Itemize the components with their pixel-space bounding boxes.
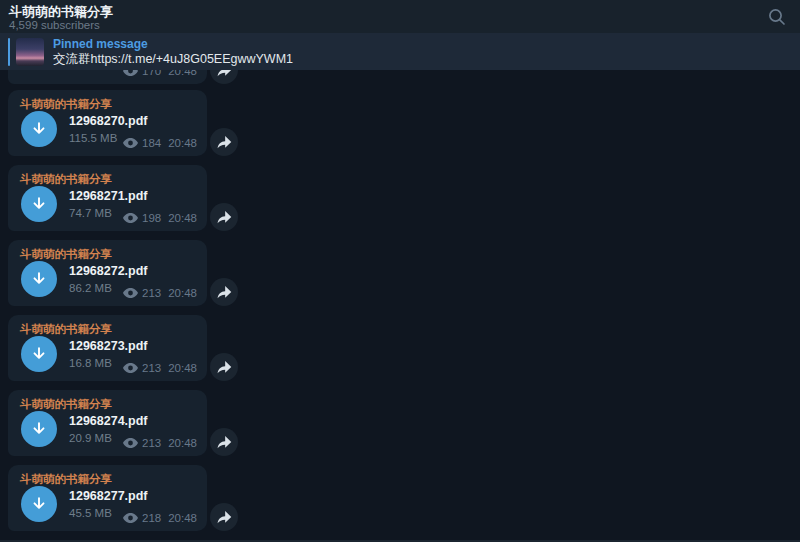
eye-icon (123, 70, 138, 76)
forward-button[interactable] (210, 503, 238, 531)
message-meta: 184 20:48 (123, 137, 197, 149)
message-time: 20:48 (168, 70, 197, 77)
forward-icon (216, 435, 232, 450)
file-size: 20.9 MB (69, 432, 112, 444)
eye-icon (123, 213, 138, 223)
message-meta: 213 20:48 (123, 362, 197, 374)
forward-icon (216, 135, 232, 150)
forward-icon (216, 285, 232, 300)
message: 斗萌萌的书籍分享 12968271.pdf 74.7 MB (8, 165, 248, 231)
subscriber-count: 4,599 subscribers (9, 19, 800, 32)
views-count: 213 (142, 287, 161, 299)
eye-icon (123, 513, 138, 523)
file-size: 45.5 MB (69, 507, 112, 519)
file-name[interactable]: 12968272.pdf (69, 264, 148, 278)
forward-button[interactable] (210, 203, 238, 231)
pinned-indicator (8, 38, 10, 66)
download-icon (29, 269, 49, 289)
message-sender[interactable]: 斗萌萌的书籍分享 (20, 397, 112, 412)
message-sender[interactable]: 斗萌萌的书籍分享 (20, 172, 112, 187)
message-bubble[interactable]: 斗萌萌的书籍分享 12968273.pdf 16.8 MB (8, 315, 207, 381)
message-meta: 213 20:48 (123, 437, 197, 449)
message-sender[interactable]: 斗萌萌的书籍分享 (20, 472, 112, 487)
file-name[interactable]: 12968271.pdf (69, 189, 148, 203)
file-name[interactable]: 12968274.pdf (69, 414, 148, 428)
download-icon (29, 119, 49, 139)
forward-button[interactable] (210, 278, 238, 306)
download-button[interactable] (21, 186, 57, 222)
download-icon (29, 194, 49, 214)
views-count: 170 (142, 70, 161, 77)
message-partial: 170 20:48 (8, 70, 248, 84)
file-name[interactable]: 12968277.pdf (69, 489, 148, 503)
message-time: 20:48 (168, 137, 197, 149)
message-sender[interactable]: 斗萌萌的书籍分享 (20, 97, 112, 112)
eye-icon (123, 438, 138, 448)
download-icon (29, 494, 49, 514)
views-count: 198 (142, 212, 161, 224)
message-time: 20:48 (168, 362, 197, 374)
message-time: 20:48 (168, 512, 197, 524)
message: 斗萌萌的书籍分享 12968270.pdf 115.5 MB (8, 90, 248, 156)
views-count: 213 (142, 437, 161, 449)
message-meta: 213 20:48 (123, 287, 197, 299)
message-sender[interactable]: 斗萌萌的书籍分享 (20, 322, 112, 337)
search-icon (768, 8, 786, 26)
views-count: 213 (142, 362, 161, 374)
eye-icon (123, 138, 138, 148)
download-icon (29, 344, 49, 364)
channel-title: 斗萌萌的书籍分享 (9, 4, 800, 19)
telegram-window: { "header": { "title": "斗萌萌的书籍分享", "subs… (0, 0, 800, 542)
message-bubble[interactable]: 斗萌萌的书籍分享 12968272.pdf 86.2 MB (8, 240, 207, 306)
file-name[interactable]: 12968270.pdf (69, 114, 148, 128)
eye-icon (123, 288, 138, 298)
forward-button[interactable] (210, 70, 238, 84)
views-count: 218 (142, 512, 161, 524)
message-time: 20:48 (168, 212, 197, 224)
message-bubble[interactable]: 斗萌萌的书籍分享 12968270.pdf 115.5 MB (8, 90, 207, 156)
forward-button[interactable] (210, 353, 238, 381)
pinned-thumbnail (16, 38, 44, 66)
chat-header[interactable]: 斗萌萌的书籍分享 4,599 subscribers (0, 0, 800, 33)
forward-icon (216, 360, 232, 375)
download-button[interactable] (21, 111, 57, 147)
download-button[interactable] (21, 486, 57, 522)
forward-button[interactable] (210, 128, 238, 156)
message-bubble[interactable]: 斗萌萌的书籍分享 12968274.pdf 20.9 MB (8, 390, 207, 456)
message-time: 20:48 (168, 437, 197, 449)
forward-icon (216, 210, 232, 225)
pinned-message-bar[interactable]: Pinned message 交流群https://t.me/+4uJ8G05E… (0, 33, 800, 70)
message: 斗萌萌的书籍分享 12968272.pdf 86.2 MB (8, 240, 248, 306)
pinned-label: Pinned message (53, 37, 293, 52)
forward-icon (216, 510, 232, 525)
message-meta: 170 20:48 (123, 70, 197, 77)
message-bubble[interactable]: 170 20:48 (8, 70, 207, 84)
message: 斗萌萌的书籍分享 12968274.pdf 20.9 MB (8, 390, 248, 456)
pinned-text: 交流群https://t.me/+4uJ8G05EEgwwYWM1 (53, 52, 293, 67)
download-button[interactable] (21, 261, 57, 297)
message-list[interactable]: 170 20:48 斗萌萌的书籍分享 (0, 70, 800, 542)
message: 斗萌萌的书籍分享 12968277.pdf 45.5 MB (8, 465, 248, 531)
file-name[interactable]: 12968273.pdf (69, 339, 148, 353)
file-size: 115.5 MB (69, 132, 117, 144)
file-size: 74.7 MB (69, 207, 112, 219)
download-icon (29, 419, 49, 439)
download-button[interactable] (21, 411, 57, 447)
message-meta: 218 20:48 (123, 512, 197, 524)
message-time: 20:48 (168, 287, 197, 299)
forward-icon (216, 70, 232, 78)
message-meta: 198 20:48 (123, 212, 197, 224)
eye-icon (123, 363, 138, 373)
message-bubble[interactable]: 斗萌萌的书籍分享 12968271.pdf 74.7 MB (8, 165, 207, 231)
forward-button[interactable] (210, 428, 238, 456)
search-button[interactable] (766, 6, 788, 28)
file-size: 16.8 MB (69, 357, 112, 369)
file-size: 86.2 MB (69, 282, 112, 294)
message-sender[interactable]: 斗萌萌的书籍分享 (20, 247, 112, 262)
message-bubble[interactable]: 斗萌萌的书籍分享 12968277.pdf 45.5 MB (8, 465, 207, 531)
download-button[interactable] (21, 336, 57, 372)
message: 斗萌萌的书籍分享 12968273.pdf 16.8 MB (8, 315, 248, 381)
views-count: 184 (142, 137, 161, 149)
